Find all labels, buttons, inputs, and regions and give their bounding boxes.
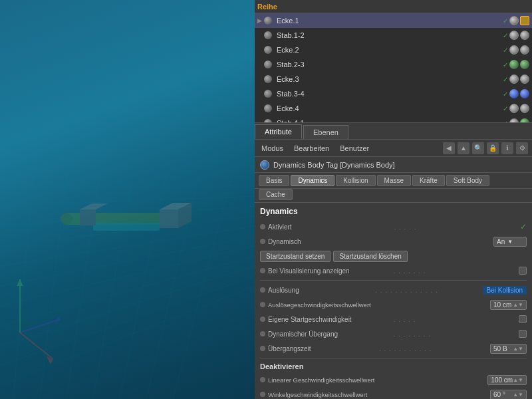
winkel-input[interactable]: 60 ° ▲▼ (490, 390, 527, 400)
prop-label-visualisierung: Bei Visualisierung anzeigen (268, 267, 391, 275)
prop-uebergangszeit: Übergangszeit . . . . . . . . . . . 50 B… (260, 342, 527, 355)
svg-rect-21 (93, 223, 160, 231)
settings-icon[interactable]: ⚙ (516, 142, 528, 154)
sub-tabs: Basis Dynamics Kollision Masse Kräfte So… (255, 173, 532, 189)
prop-dot (260, 317, 265, 322)
scene-hierarchy: Reihe ▶ Ecke.1 ✓ ▶ Stab.1-2 ✓ ▶ (255, 0, 532, 123)
prop-label-dynamisch: Dynamisch (268, 238, 491, 245)
number-value: 60 ° (493, 391, 505, 398)
uebergangszeit-input[interactable]: 50 B ▲▼ (490, 344, 527, 354)
prop-label-winkel: Winkelgeschwindigkeitsschwellwert (268, 391, 487, 398)
deaktivieren-section-title: Deaktivieren (260, 362, 527, 370)
divider (260, 358, 527, 358)
dynamisch-dropdown[interactable]: An ▼ (493, 237, 527, 247)
tab-kollision[interactable]: Kollision (336, 175, 375, 186)
svg-line-6 (0, 246, 255, 306)
prop-label-linearer: Linearer Geschwindigkeitsschwellwert (268, 376, 485, 384)
tab-basis[interactable]: Basis (259, 175, 289, 186)
prop-dot (260, 268, 265, 273)
right-panel: Reihe ▶ Ecke.1 ✓ ▶ Stab.1-2 ✓ ▶ (255, 0, 532, 399)
number-value: 10 cm (493, 301, 511, 309)
toolbar-benutzer[interactable]: Benutzer (337, 143, 372, 154)
nav-forward-icon[interactable]: ▲ (458, 142, 469, 154)
tab-ebenen[interactable]: Ebenen (303, 125, 348, 139)
startgeschwindigkeit-checkbox[interactable] (519, 315, 527, 323)
svg-line-10 (0, 286, 255, 386)
toolbar-bearbeiten[interactable]: Bearbeiten (291, 143, 332, 154)
scene-item[interactable]: ▶ Ecke.2 ✓ (255, 43, 532, 57)
number-arrow-icon: ▲▼ (513, 346, 523, 352)
prop-bei-visualisierung: Bei Visualisierung anzeigen . . . . . . … (260, 264, 527, 277)
toolbar-modus[interactable]: Modus (259, 143, 286, 154)
prop-dot (260, 287, 265, 293)
svg-rect-25 (80, 209, 96, 225)
svg-line-8 (0, 266, 255, 346)
scene-item[interactable]: ▶ Stab.3-4 ✓ (255, 86, 532, 101)
number-arrow-icon: ▲▼ (513, 302, 523, 308)
chevron-down-icon: ▼ (507, 239, 513, 245)
main-tabs: Attribute Ebenen (255, 123, 532, 140)
visualisierung-checkbox[interactable] (519, 267, 527, 275)
svg-marker-26 (80, 203, 108, 209)
scene-item[interactable]: ▶ Stab.2-3 ✓ (255, 57, 532, 72)
info-icon[interactable]: ℹ (501, 142, 513, 154)
startzustand-loeschen-button[interactable]: Startzustand löschen (333, 251, 407, 262)
scene-item[interactable]: ▶ Ecke.1 ✓ (255, 13, 532, 28)
prop-aktiviert: Aktiviert . . . . . ✓ (260, 220, 527, 233)
uebergang-checkbox[interactable] (519, 330, 527, 338)
prop-eigene-startgeschwindigkeit: Eigene Startgeschwindigkeit . . . . . (260, 313, 527, 326)
prop-label-ausloesung: Auslösung (268, 287, 372, 294)
prop-dot (260, 302, 265, 307)
lock-icon[interactable]: 🔒 (487, 142, 499, 154)
prop-winkel-schwellwert: Winkelgeschwindigkeitsschwellwert 60 ° ▲… (260, 388, 527, 399)
prop-dynamisch: Dynamisch An ▼ (260, 235, 527, 248)
toolbar-icon-group: ◀ ▲ 🔍 🔒 ℹ ⚙ (443, 142, 528, 154)
dynamics-section-title: Dynamics (260, 207, 527, 216)
prop-ausloesung: Auslösung . . . . . . . . . . . . . Bei … (260, 283, 527, 297)
tag-label: Dynamics Body Tag [Dynamics Body] (273, 161, 395, 169)
tab-masse[interactable]: Masse (377, 175, 411, 186)
number-value: 50 B (493, 345, 507, 352)
prop-linearer-schwellwert: Linearer Geschwindigkeitsschwellwert 100… (260, 373, 527, 386)
svg-line-27 (20, 319, 60, 332)
tab-soft-body[interactable]: Soft Body (446, 175, 489, 186)
divider (260, 280, 527, 281)
prop-dot (260, 377, 265, 382)
tab-kraefte[interactable]: Kräfte (412, 175, 445, 186)
prop-label-aktiviert: Aktiviert (268, 223, 392, 231)
ausloesung-value: Bei Kollision (483, 286, 527, 295)
prop-ausloesegeschwindigkeit: Auslösegeschwindigkeitsschwellwert 10 cm… (260, 298, 527, 311)
tag-sphere-icon (260, 160, 269, 170)
prop-dot (260, 331, 265, 336)
hierarchy-header: Reihe (255, 0, 532, 13)
prop-label-uebergang: Dynamischer Übergang (268, 331, 391, 338)
prop-label-uebergangszeit: Übergangszeit (268, 345, 376, 352)
search-icon[interactable]: 🔍 (472, 142, 484, 154)
linearer-input[interactable]: 100 cm ▲▼ (487, 375, 527, 385)
tab-dynamics[interactable]: Dynamics (291, 175, 334, 186)
tab-attribute[interactable]: Attribute (255, 124, 302, 139)
3d-viewport[interactable] (0, 0, 255, 399)
toolbar: Modus Bearbeiten Benutzer ◀ ▲ 🔍 🔒 ℹ ⚙ (255, 140, 532, 157)
scene-item[interactable]: ▶ Stab.1-2 ✓ (255, 28, 532, 43)
svg-line-15 (120, 173, 166, 399)
nav-back-icon[interactable]: ◀ (443, 142, 455, 154)
prop-dot (260, 392, 265, 397)
svg-line-5 (0, 236, 255, 286)
prop-label-startgeschwindigkeit: Eigene Startgeschwindigkeit (268, 316, 391, 323)
scene-item[interactable]: ▶ Ecke.4 ✓ (255, 101, 532, 116)
number-arrow-icon: ▲▼ (513, 392, 523, 398)
svg-line-7 (0, 256, 255, 326)
svg-line-4 (0, 226, 255, 266)
number-arrow-icon: ▲▼ (513, 377, 523, 383)
scene-item[interactable]: ▶ Ecke.3 ✓ (255, 72, 532, 86)
svg-line-29 (20, 332, 53, 359)
startzustand-setzen-button[interactable]: Startzustand setzen (260, 251, 331, 262)
prop-dynamischer-uebergang: Dynamischer Übergang . . . . . . . . (260, 327, 527, 340)
tab-cache[interactable]: Cache (259, 189, 293, 200)
svg-point-19 (61, 213, 72, 225)
geschwindigkeit-input[interactable]: 10 cm ▲▼ (490, 300, 527, 310)
properties-panel: Dynamics Aktiviert . . . . . ✓ Dynamisch… (255, 203, 532, 399)
dropdown-value: An (497, 238, 505, 245)
scene-item[interactable]: ▶ Stab.4-1 ✓ (255, 116, 532, 123)
